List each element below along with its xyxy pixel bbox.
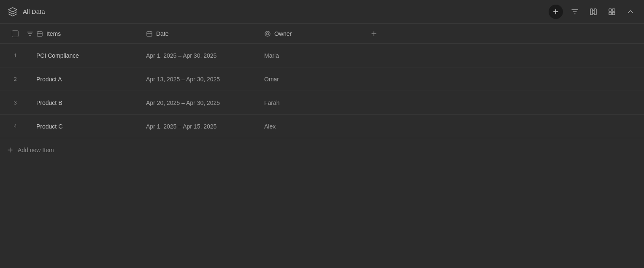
- app-logo: [7, 6, 19, 18]
- row-item-name: Product C: [36, 123, 146, 130]
- row-number: 2: [7, 76, 24, 82]
- app-header: All Data: [0, 0, 644, 24]
- row-number: 1: [7, 52, 24, 59]
- row-item-name: Product A: [36, 76, 146, 83]
- select-all-checkbox[interactable]: [7, 30, 24, 37]
- calendar-icon: [36, 30, 43, 37]
- row-number: 4: [7, 123, 24, 129]
- table-header: Items Date Owner: [0, 24, 644, 44]
- row-owner: Maria: [264, 52, 365, 59]
- owner-column-icon: [264, 30, 271, 37]
- row-date: Apr 20, 2025 – Apr 30, 2025: [146, 99, 264, 106]
- row-owner: Farah: [264, 99, 365, 106]
- svg-point-8: [265, 31, 270, 36]
- add-new-item-label: Add new Item: [18, 147, 54, 153]
- svg-rect-0: [590, 9, 593, 15]
- add-column-button[interactable]: [365, 30, 382, 37]
- svg-rect-3: [612, 9, 615, 11]
- filter-button[interactable]: [568, 5, 582, 19]
- svg-rect-2: [609, 9, 612, 11]
- row-date: Apr 13, 2025 – Apr 30, 2025: [146, 76, 264, 83]
- svg-rect-5: [612, 12, 615, 15]
- row-date: Apr 1, 2025 – Apr 15, 2025: [146, 123, 264, 130]
- date-column-icon: [146, 30, 153, 37]
- table-row[interactable]: 1 PCI Compliance Apr 1, 2025 – Apr 30, 2…: [0, 44, 644, 67]
- svg-rect-4: [609, 12, 612, 15]
- add-button[interactable]: [549, 5, 563, 19]
- add-new-item-row[interactable]: Add new Item: [0, 140, 644, 160]
- row-date: Apr 1, 2025 – Apr 30, 2025: [146, 52, 264, 59]
- svg-point-9: [267, 32, 269, 35]
- row-item-name: PCI Compliance: [36, 52, 146, 59]
- date-column-label: Date: [156, 30, 169, 37]
- items-column-label: Items: [46, 30, 61, 37]
- header-right: [549, 5, 637, 19]
- column-header-items: Items: [36, 30, 146, 37]
- table-row[interactable]: 2 Product A Apr 13, 2025 – Apr 30, 2025 …: [0, 67, 644, 91]
- edit-columns-button[interactable]: [587, 5, 600, 19]
- row-item-name: Product B: [36, 99, 146, 106]
- column-header-owner: Owner: [264, 30, 365, 37]
- owner-column-label: Owner: [274, 30, 292, 37]
- checkbox-box[interactable]: [12, 30, 19, 37]
- row-number: 3: [7, 99, 24, 106]
- layout-button[interactable]: [605, 5, 619, 19]
- sort-icon[interactable]: [24, 30, 36, 37]
- header-left: All Data: [7, 6, 45, 18]
- svg-rect-7: [147, 32, 152, 36]
- table-body: 1 PCI Compliance Apr 1, 2025 – Apr 30, 2…: [0, 44, 644, 138]
- collapse-button[interactable]: [624, 5, 637, 19]
- column-header-date: Date: [146, 30, 264, 37]
- svg-rect-6: [37, 32, 42, 36]
- table-row[interactable]: 4 Product C Apr 1, 2025 – Apr 15, 2025 A…: [0, 115, 644, 138]
- page-title: All Data: [23, 8, 45, 15]
- svg-rect-1: [594, 9, 596, 15]
- add-new-item-icon: [7, 147, 14, 153]
- row-owner: Omar: [264, 76, 365, 83]
- row-owner: Alex: [264, 123, 365, 130]
- table-row[interactable]: 3 Product B Apr 20, 2025 – Apr 30, 2025 …: [0, 91, 644, 115]
